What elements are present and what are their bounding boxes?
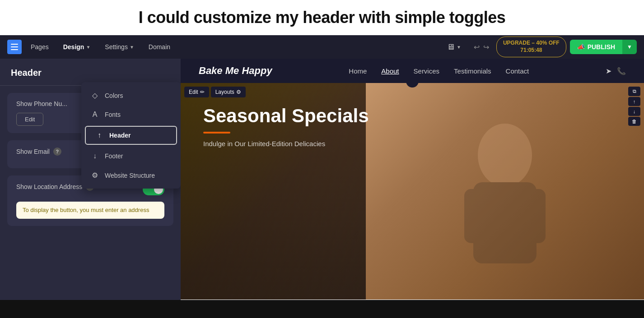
header-label: Header xyxy=(109,132,131,139)
design-label: Design xyxy=(63,43,84,51)
svg-rect-3 xyxy=(523,189,546,243)
preview-hero: + Seasonal Specials xyxy=(181,83,644,300)
pencil-icon: ✏ xyxy=(200,89,205,95)
layouts-button[interactable]: Layouts ⚙ xyxy=(211,87,246,97)
layouts-label: Layouts xyxy=(215,89,234,95)
app-container: Pages Design ▼ Settings ▼ Domain 🖥 ▼ ↩ ↪… xyxy=(0,35,644,300)
publish-dropdown-button[interactable]: ▼ xyxy=(622,40,637,54)
corner-controls: ⧉ ↑ ↓ 🗑 xyxy=(628,87,640,126)
top-nav: Pages Design ▼ Settings ▼ Domain 🖥 ▼ ↩ ↪… xyxy=(0,35,644,59)
design-dropdown: ◇ Colors A Fonts ↑ Header ↓ Footer ⚙ W xyxy=(81,82,181,189)
website-structure-label: Website Structure xyxy=(105,172,155,179)
nav-settings[interactable]: Settings ▼ xyxy=(99,41,140,53)
upgrade-label: UPGRADE – 40% OFF xyxy=(503,40,560,47)
domain-label: Domain xyxy=(149,43,170,51)
move-down-button[interactable]: ↓ xyxy=(628,107,640,116)
nav-link-contact[interactable]: Contact xyxy=(506,67,529,75)
dropdown-website-structure[interactable]: ⚙ Website Structure xyxy=(81,166,181,185)
redo-button[interactable]: ↪ xyxy=(483,43,489,51)
main-content: Header Show Phone Nu... Edit Show Email … xyxy=(0,59,644,300)
fonts-label: Fonts xyxy=(105,111,121,118)
show-email-label: Show Email ? xyxy=(16,147,61,156)
preview-nav-links: Home About Services Testimonials Contact xyxy=(349,67,529,75)
hero-divider xyxy=(203,132,230,134)
sidebar: Header Show Phone Nu... Edit Show Email … xyxy=(0,59,181,300)
hero-subtitle: Indulge in Our Limited-Edition Delicacie… xyxy=(203,140,390,147)
duplicate-button[interactable]: ⧉ xyxy=(628,87,640,96)
undo-redo-group: ↩ ↪ xyxy=(470,43,493,51)
show-email-help-icon[interactable]: ? xyxy=(53,147,61,156)
dropdown-colors[interactable]: ◇ Colors xyxy=(81,86,181,105)
banner-text: I could customize my header with simple … xyxy=(139,8,506,27)
edit-bar: Edit ✏ Layouts ⚙ xyxy=(184,87,246,97)
footer-label: Footer xyxy=(105,152,123,160)
pages-label: Pages xyxy=(31,43,49,51)
upgrade-timer: 71:05:48 xyxy=(503,47,560,54)
structure-icon: ⚙ xyxy=(90,171,99,180)
nav-link-testimonials[interactable]: Testimonials xyxy=(454,67,491,75)
settings-label: Settings xyxy=(105,43,128,51)
move-up-button[interactable]: ↑ xyxy=(628,97,640,106)
device-switcher[interactable]: 🖥 ▼ xyxy=(441,40,467,55)
preview-frame: Bake Me Happy Home About Services Testim… xyxy=(181,59,644,300)
nav-pages[interactable]: Pages xyxy=(25,41,54,53)
hamburger-icon xyxy=(11,44,18,50)
location-warning: To display the button, you must enter an… xyxy=(16,202,164,219)
hamburger-menu[interactable] xyxy=(7,40,22,54)
settings-icon: ⚙ xyxy=(236,89,241,95)
nav-domain[interactable]: Domain xyxy=(143,41,176,53)
hero-title: Seasonal Specials xyxy=(203,106,390,126)
publish-button[interactable]: 📣 PUBLISH xyxy=(570,40,622,54)
preview-area: Bake Me Happy Home About Services Testim… xyxy=(181,59,644,300)
dropdown-footer[interactable]: ↓ Footer xyxy=(81,147,181,166)
desktop-icon: 🖥 xyxy=(447,42,455,52)
colors-label: Colors xyxy=(105,92,123,99)
megaphone-icon: 📣 xyxy=(577,43,585,51)
upgrade-button[interactable]: UPGRADE – 40% OFF 71:05:48 xyxy=(496,37,566,57)
fonts-icon: A xyxy=(90,111,99,119)
edit-phone-button[interactable]: Edit xyxy=(16,113,43,126)
show-phone-label: Show Phone Nu... xyxy=(16,100,67,107)
colors-icon: ◇ xyxy=(90,91,99,100)
delete-button[interactable]: 🗑 xyxy=(628,117,640,126)
undo-button[interactable]: ↩ xyxy=(474,43,480,51)
nav-link-services[interactable]: Services xyxy=(414,67,440,75)
nav-link-home[interactable]: Home xyxy=(349,67,367,75)
design-arrow-icon: ▼ xyxy=(86,45,90,50)
edit-label: Edit xyxy=(189,89,198,95)
settings-arrow-icon: ▼ xyxy=(130,45,134,50)
svg-rect-2 xyxy=(464,189,487,243)
nav-location-icon: ➤ xyxy=(606,67,611,75)
header-icon: ↑ xyxy=(95,131,104,139)
nav-phone-icon: 📞 xyxy=(617,67,626,75)
nav-link-about[interactable]: About xyxy=(381,67,399,75)
footer-icon: ↓ xyxy=(90,152,99,160)
device-arrow-icon: ▼ xyxy=(457,45,461,50)
sidebar-title: Header xyxy=(0,59,181,86)
dropdown-header-active[interactable]: ↑ Header xyxy=(85,126,177,145)
dropdown-fonts[interactable]: A Fonts xyxy=(81,105,181,124)
nav-design[interactable]: Design ▼ xyxy=(58,41,96,53)
publish-label: PUBLISH xyxy=(588,43,615,51)
publish-group: 📣 PUBLISH ▼ xyxy=(570,40,637,54)
preview-logo: Bake Me Happy xyxy=(199,65,272,77)
svg-point-0 xyxy=(478,124,532,187)
annotation-banner: I could customize my header with simple … xyxy=(0,0,644,35)
hero-edit-button[interactable]: Edit ✏ xyxy=(184,87,209,97)
preview-nav-icons: ➤ 📞 xyxy=(606,67,626,75)
preview-navbar: Bake Me Happy Home About Services Testim… xyxy=(181,59,644,83)
